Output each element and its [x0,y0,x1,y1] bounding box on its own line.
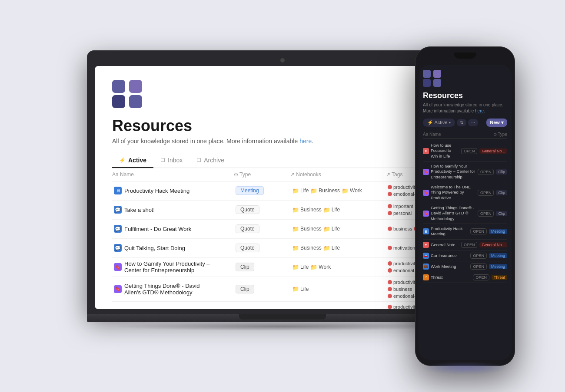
phone-open-btn[interactable]: OPEN [478,211,494,217]
phone-type-badge: Meeting [489,264,507,269]
cell-type: Meeting [234,184,290,198]
phone-open-btn[interactable]: OPEN [461,148,478,154]
cell-name: 💬 Fulfilment - Do Great Work [112,222,234,235]
phone-open-btn[interactable]: OPEN [470,253,487,259]
phone-logo-bl [423,79,431,87]
phone-row-name-cell: 🔖 Getting Things Done® - David Allen's G… [423,205,476,221]
phone-open-btn[interactable]: OPEN [478,169,494,175]
tabs-bar: ⚡ Active ☐ Inbox ☐ Archive [112,153,453,168]
tab-inbox-icon: ☐ [160,157,165,163]
table-row[interactable]: 💬 Quit Talking, Start Doing Quote 📁 Busi… [112,239,453,258]
phone-toolbar: ⚡ Active ▾ ⇅ ··· New ▾ [423,119,507,127]
phone-logo-tr [433,70,441,78]
cell-notebooks: 📁 Business 📁 Life [290,204,386,216]
phone-row-icon: 🖥 [423,228,429,234]
type-badge: Quote [236,205,259,214]
table-row[interactable]: 💬 Fulfilment - Do Great Work Quote 📁 Bus… [112,220,453,239]
cell-notebooks: 📁 Life [290,283,386,295]
phone-open-btn[interactable]: OPEN [461,242,478,248]
phone-type-badge: Clip [496,211,507,216]
phone-row[interactable]: 🔖 How to Gamify Your Productivity – Cent… [423,161,507,182]
type-badge: Clip [236,263,254,271]
phone-more-btn[interactable]: ··· [468,119,478,126]
phone-title: Resources [423,91,507,100]
phone-row-actions: OPEN Meeting [470,253,507,259]
type-badge: Quote [236,224,259,233]
table-row[interactable]: ● How to use Focused to Win in Life Gene… [112,302,453,309]
phone-col-type: ⊙ Type [493,132,507,137]
phone-new-btn[interactable]: New ▾ [486,119,507,127]
laptop-shadow [109,322,456,331]
phone-col-name: Aa Name [423,132,493,137]
tab-archive[interactable]: ☐ Archive [189,153,231,168]
phone-row[interactable]: 🖥 Productivity Hack Meeting OPEN Meeting [423,224,507,240]
phone-row-name-cell: 💼 Work Meeting [423,264,469,270]
cell-name: 🔖 How to Gamify Your Productivity – Cent… [112,258,234,276]
row-icon: 🔖 [114,263,122,271]
col-notebooks: ↗ Notebooks [290,171,386,178]
phone-row-icon: 🔖 [423,190,429,196]
phone-open-btn[interactable]: OPEN [470,228,487,234]
cell-type: Clip [234,282,290,296]
cell-notebooks: 📁 Life 📁 Work [290,261,386,273]
phone-logo-br [433,79,441,87]
phone: Resources All of your knowledge stored i… [415,46,515,366]
phone-row-icon: 🔖 [423,211,429,217]
phone-open-btn[interactable]: OPEN [473,274,489,280]
phone-row-icon: ⚠ [423,274,429,280]
tab-active-icon: ⚡ [119,157,126,163]
phone-row[interactable]: 🔖 Welcome to The ONE Thing Powered by Pr… [423,182,507,203]
tab-inbox[interactable]: ☐ Inbox [153,153,189,168]
phone-row[interactable]: ● How to use Focused to Win in Life OPEN… [423,141,507,161]
phone-row-icon: 💼 [423,264,429,270]
phone-type-badge: General No... [479,242,507,247]
phone-open-btn[interactable]: OPEN [470,264,487,270]
tab-archive-icon: ☐ [196,157,201,163]
phone-filter-btn[interactable]: ⇅ [457,119,466,126]
phone-row-icon: ● [423,148,429,154]
cell-name: 🔖 Getting Things Done® - David Allen's G… [112,280,234,298]
phone-row[interactable]: 🔖 Getting Things Done® - David Allen's G… [423,203,507,224]
phone-row-icon: 🚗 [423,253,429,259]
phone-logo-tl [423,70,431,78]
phone-type-badge: Threat [492,275,507,280]
phone-row[interactable]: 🚗 Car Insurance OPEN Meeting [423,250,507,261]
cell-type: Quote [234,203,290,217]
cell-name: 💬 Take a shot! [112,203,234,216]
phone-here-link[interactable]: here [475,109,484,113]
cell-notebooks: 📁 Business 📁 Life [290,223,386,235]
phone-open-btn[interactable]: OPEN [478,190,494,196]
phone-row-name-cell: 🖥 Productivity Hack Meeting [423,226,469,237]
cell-type: Quote [234,222,290,236]
type-badge: Meeting [236,186,264,195]
logo-block-tr [129,80,142,93]
row-icon: 💬 [114,206,122,214]
table-row[interactable]: 💬 Take a shot! Quote 📁 Business 📁 Life [112,201,453,220]
app-logo [112,80,143,108]
phone-row[interactable]: ⚠ Threat OPEN Threat [423,272,507,283]
table-row[interactable]: 🔖 How to Gamify Your Productivity – Cent… [112,258,453,277]
cell-name: 💬 Quit Talking, Start Doing [112,241,234,254]
col-name: Aa Name [112,171,234,178]
col-type: ⊙ Type [234,171,290,178]
phone-row-name-cell: ● General Note [423,242,459,248]
here-link[interactable]: here [299,138,312,145]
logo-block-bl [112,95,125,108]
phone-row[interactable]: ● General Note OPEN General No... [423,240,507,250]
logo-block-br [129,95,142,108]
phone-type-badge: General No... [479,148,507,154]
table-row[interactable]: 🔖 Getting Things Done® - David Allen's G… [112,277,453,302]
table-row[interactable]: 🖥 Productivity Hack Meeting Meeting 📁 Li… [112,181,453,201]
phone-notch [448,53,482,62]
type-badge: Quote [236,244,259,252]
phone-type-badge: Clip [496,169,507,175]
tab-active[interactable]: ⚡ Active [112,153,153,168]
cell-name: 🖥 Productivity Hack Meeting [112,184,234,197]
cell-type: Quote [234,241,290,255]
phone-row-actions: OPEN Threat [473,274,507,280]
screen-content: Resources All of your knowledge stored i… [95,66,470,309]
page-title: Resources [112,117,453,135]
phone-row-actions: OPEN Clip [478,211,507,217]
phone-row[interactable]: 💼 Work Meeting OPEN Meeting [423,261,507,272]
phone-active-btn[interactable]: ⚡ Active ▾ [423,119,455,127]
